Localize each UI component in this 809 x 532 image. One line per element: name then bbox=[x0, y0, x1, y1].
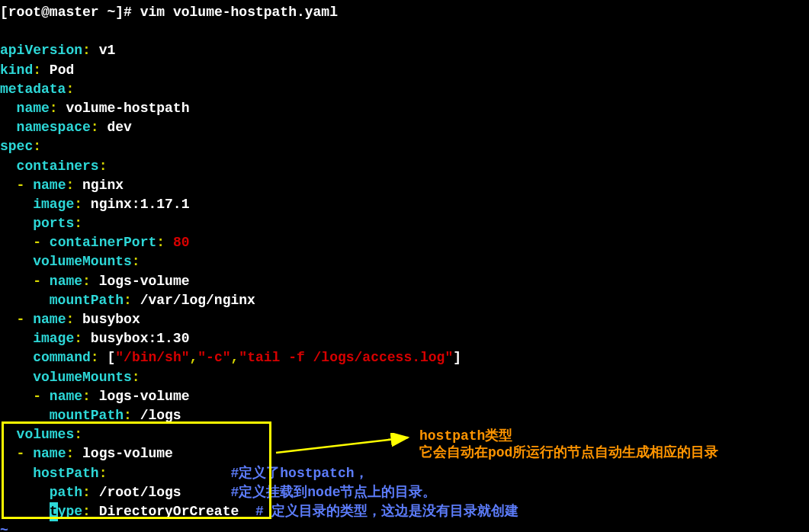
c2-vm-mp-line: mountPath: /logs bbox=[0, 406, 809, 425]
colon: : bbox=[82, 272, 91, 291]
colon: : bbox=[82, 483, 91, 502]
prompt-symbol: # bbox=[124, 3, 132, 22]
colon: : bbox=[74, 329, 82, 348]
v-type-val: DirectoryOrCreate bbox=[91, 502, 239, 521]
dash: - bbox=[33, 233, 41, 252]
colon: : bbox=[74, 214, 82, 233]
colon: : bbox=[132, 368, 140, 387]
v-name-line: - name: logs-volume bbox=[0, 444, 809, 463]
dash: - bbox=[17, 444, 25, 463]
containers-key: containers bbox=[17, 157, 99, 176]
c1-cport-key: containerPort bbox=[50, 233, 156, 252]
v-type-key-rest: ype bbox=[58, 502, 82, 521]
c1-image-val: nginx:1.17.1 bbox=[82, 195, 189, 214]
kind-line: kind: Pod bbox=[0, 61, 809, 80]
v-path-key: path bbox=[50, 483, 82, 502]
namespace-key: namespace bbox=[17, 118, 91, 137]
colon: : bbox=[99, 464, 108, 483]
c1-ports-key: ports bbox=[33, 214, 74, 233]
c2-cmd-line: command: ["/bin/sh","-c","tail -f /logs/… bbox=[0, 348, 809, 367]
colon: : bbox=[82, 502, 91, 521]
c2-vm-mp-val: /logs bbox=[132, 406, 181, 425]
dash: - bbox=[33, 387, 41, 406]
c2-vm-key: volumeMounts bbox=[33, 368, 132, 387]
cursor-char[interactable]: t bbox=[50, 502, 58, 521]
colon: : bbox=[132, 252, 140, 271]
dash: - bbox=[17, 310, 25, 329]
v-name-val: logs-volume bbox=[74, 444, 173, 463]
bracket-open: [ bbox=[107, 348, 115, 367]
comment-3: # 定义目录的类型，这边是没有目录就创建 bbox=[255, 502, 519, 521]
c2-name-val: busybox bbox=[74, 310, 140, 329]
v-path-line: path: /root/logs #定义挂载到node节点上的目录。 bbox=[0, 483, 809, 502]
apiversion-line: apiVersion: v1 bbox=[0, 41, 809, 60]
c1-vm-name-val: logs-volume bbox=[91, 272, 190, 291]
c2-vm-name-line: - name: logs-volume bbox=[0, 387, 809, 406]
c1-cport-val: 80 bbox=[165, 233, 189, 252]
prompt-path: ~ bbox=[107, 3, 115, 22]
c1-name-line: - name: nginx bbox=[0, 176, 809, 195]
c1-name-key: name bbox=[33, 176, 66, 195]
c1-vm-line: volumeMounts: bbox=[0, 252, 809, 271]
prompt-user: root bbox=[8, 3, 41, 22]
namespace-val: dev bbox=[99, 118, 132, 137]
v-name-key: name bbox=[33, 444, 66, 463]
dash: - bbox=[33, 272, 41, 291]
vim-tilde: ~ bbox=[0, 521, 8, 532]
colon: : bbox=[156, 233, 165, 252]
colon: : bbox=[124, 291, 132, 310]
c2-vm-name-val: logs-volume bbox=[91, 387, 190, 406]
c1-image-line: image: nginx:1.17.1 bbox=[0, 195, 809, 214]
colon: : bbox=[66, 80, 74, 99]
command-text[interactable]: vim volume-hostpath.yaml bbox=[140, 3, 338, 22]
c1-vm-mp-val: /var/log/nginx bbox=[132, 291, 255, 310]
apiversion-key: apiVersion bbox=[0, 41, 82, 60]
prompt-close: ] bbox=[115, 3, 124, 22]
comment-2: #定义挂载到node节点上的目录。 bbox=[230, 483, 436, 502]
v-hp-line: hostPath: #定义了hostpatch， bbox=[0, 464, 809, 483]
colon: : bbox=[82, 41, 91, 60]
dash: - bbox=[17, 176, 25, 195]
comment-1: #定义了hostpatch， bbox=[230, 464, 368, 483]
v-type-line: type: DirectoryOrCreate # 定义目录的类型，这边是没有目… bbox=[0, 502, 809, 521]
c2-cmd-v1: "/bin/sh" bbox=[115, 348, 189, 367]
terminal-viewport: [root@master ~]# vim volume-hostpath.yam… bbox=[0, 3, 809, 532]
colon: : bbox=[66, 444, 74, 463]
colon: : bbox=[91, 348, 99, 367]
blank-line bbox=[0, 22, 809, 41]
volumes-key: volumes bbox=[17, 425, 75, 444]
colon: : bbox=[99, 157, 108, 176]
c2-vm-mp-key: mountPath bbox=[50, 406, 124, 425]
prompt-at: @ bbox=[41, 3, 50, 22]
c2-name-line: - name: busybox bbox=[0, 310, 809, 329]
containers-line: containers: bbox=[0, 157, 809, 176]
c1-name-val: nginx bbox=[74, 176, 124, 195]
colon: : bbox=[74, 195, 82, 214]
colon: : bbox=[66, 176, 74, 195]
c1-ports-line: ports: bbox=[0, 214, 809, 233]
spec-key: spec bbox=[0, 137, 33, 156]
metadata-name-line: name: volume-hostpath bbox=[0, 99, 809, 118]
c1-vm-key: volumeMounts bbox=[33, 252, 132, 271]
c2-image-line: image: busybox:1.30 bbox=[0, 329, 809, 348]
name-key: name bbox=[17, 99, 50, 118]
kind-key: kind bbox=[0, 61, 33, 80]
bracket-close: ] bbox=[453, 348, 461, 367]
prompt-open: [ bbox=[0, 3, 8, 22]
v-path-val: /root/logs bbox=[91, 483, 181, 502]
colon: : bbox=[91, 118, 99, 137]
c1-vm-mp-line: mountPath: /var/log/nginx bbox=[0, 291, 809, 310]
c2-cmd-v3: "tail -f /logs/access.log" bbox=[239, 348, 453, 367]
colon: : bbox=[33, 137, 41, 156]
c1-vm-mp-key: mountPath bbox=[50, 291, 124, 310]
c2-image-val: busybox:1.30 bbox=[82, 329, 189, 348]
c2-cmd-key: command bbox=[33, 348, 91, 367]
c1-cport-line: - containerPort: 80 bbox=[0, 233, 809, 252]
prompt-line: [root@master ~]# vim volume-hostpath.yam… bbox=[0, 3, 809, 22]
metadata-namespace-line: namespace: dev bbox=[0, 118, 809, 137]
c2-vm-name-key: name bbox=[50, 387, 82, 406]
v-hp-key: hostPath bbox=[33, 464, 98, 483]
c2-cmd-v2: "-c" bbox=[197, 348, 230, 367]
c1-image-key: image bbox=[33, 195, 74, 214]
spec-line: spec: bbox=[0, 137, 809, 156]
